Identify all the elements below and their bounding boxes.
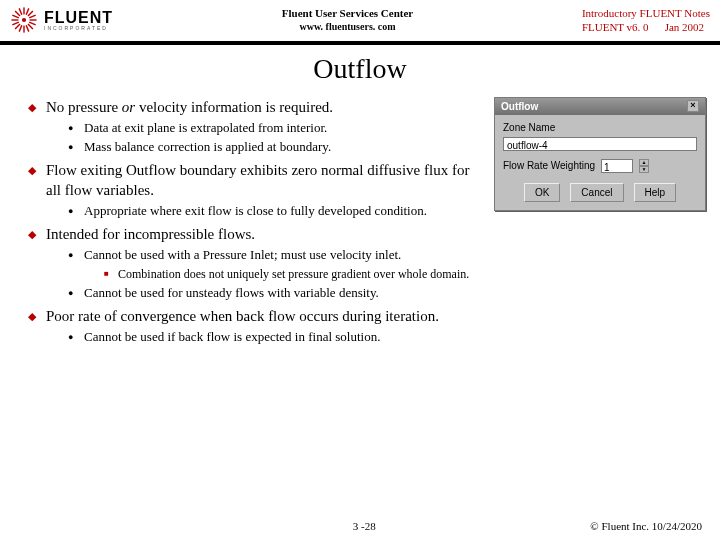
logo-block: FLUENT INCORPORATED — [10, 6, 113, 34]
logo-subtitle: INCORPORATED — [44, 26, 113, 31]
svg-point-1 — [22, 18, 26, 22]
logo-name: FLUENT — [44, 10, 113, 26]
dot-bullet-icon: ● — [68, 328, 84, 343]
version-label: FLUENT v6. 0 — [582, 20, 662, 34]
dot-bullet-icon: ● — [68, 246, 84, 261]
ok-button[interactable]: OK — [524, 183, 560, 203]
diamond-bullet-icon: ◆ — [28, 97, 46, 115]
zone-name-field[interactable]: outflow-4 — [503, 137, 697, 151]
flow-rate-label: Flow Rate Weighting — [503, 159, 595, 173]
diamond-bullet-icon: ◆ — [28, 160, 46, 178]
dot-bullet-icon: ● — [68, 202, 84, 217]
diamond-bullet-icon: ◆ — [28, 224, 46, 242]
course-title: Introductory FLUENT Notes — [582, 6, 710, 20]
divider — [0, 41, 720, 45]
dot-bullet-icon: ● — [68, 284, 84, 299]
page-number: 3 -28 — [138, 520, 590, 532]
svg-rect-0 — [23, 7, 24, 14]
bullet-text: Intended for incompressible flows. — [46, 224, 696, 244]
dialog-titlebar: Outflow × — [495, 98, 705, 116]
list-subitem: ●Cannot be used for unsteady flows with … — [68, 284, 696, 302]
square-bullet-icon: ■ — [104, 266, 118, 280]
outflow-dialog: Outflow × Zone Name outflow-4 Flow Rate … — [494, 97, 706, 212]
slide-footer: 3 -28 © Fluent Inc. 10/24/2020 — [0, 520, 720, 532]
flow-rate-field[interactable]: 1 — [601, 159, 633, 173]
list-item: ◆Intended for incompressible flows.●Cann… — [28, 224, 696, 302]
zone-name-label: Zone Name — [503, 121, 697, 135]
slide-content: Outflow × Zone Name outflow-4 Flow Rate … — [0, 97, 720, 346]
dialog-title: Outflow — [501, 100, 538, 114]
close-icon[interactable]: × — [687, 100, 699, 112]
org-url: www. fluentusers. com — [113, 20, 582, 33]
list-subitem: ●Cannot be used with a Pressure Inlet; m… — [68, 246, 696, 282]
list-item: ◆Poor rate of convergence when back flow… — [28, 306, 696, 346]
bullet-text: Cannot be used for unsteady flows with v… — [84, 284, 696, 302]
dot-bullet-icon: ● — [68, 138, 84, 153]
diamond-bullet-icon: ◆ — [28, 306, 46, 324]
dot-bullet-icon: ● — [68, 119, 84, 134]
cancel-button[interactable]: Cancel — [570, 183, 623, 203]
org-name: Fluent User Services Center — [113, 6, 582, 20]
list-subitem: ■Combination does not uniquely set press… — [104, 266, 696, 282]
copyright: © Fluent Inc. 10/24/2020 — [590, 520, 702, 532]
bullet-text: Poor rate of convergence when back flow … — [46, 306, 696, 326]
help-button[interactable]: Help — [634, 183, 677, 203]
bullet-text: Cannot be used with a Pressure Inlet; mu… — [84, 246, 696, 264]
list-subitem: ●Cannot be used if back flow is expected… — [68, 328, 696, 346]
header-center: Fluent User Services Center www. fluentu… — [113, 6, 582, 33]
slide-header: FLUENT INCORPORATED Fluent User Services… — [0, 0, 720, 39]
flow-rate-spinner[interactable]: ▲▼ — [639, 159, 649, 173]
slide-title: Outflow — [0, 53, 720, 85]
header-right: Introductory FLUENT Notes FLUENT v6. 0 J… — [582, 6, 710, 35]
bullet-text: Cannot be used if back flow is expected … — [84, 328, 696, 346]
bullet-text: Combination does not uniquely set pressu… — [118, 266, 696, 282]
sunburst-logo-icon — [10, 6, 38, 34]
date-label: Jan 2002 — [665, 21, 704, 33]
